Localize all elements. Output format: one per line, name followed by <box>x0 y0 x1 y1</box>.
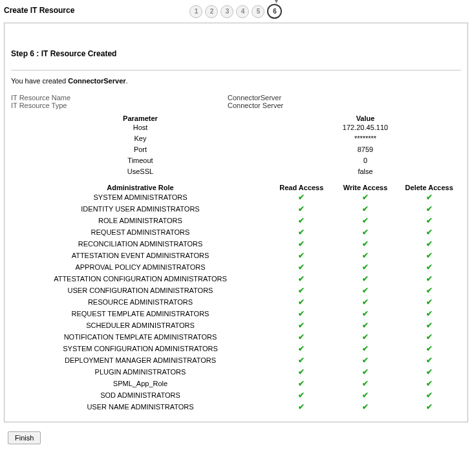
role-name: ROLE ADMINISTRATORS <box>11 215 270 226</box>
check-icon: ✔ <box>426 250 433 261</box>
parameter-table-body: Host172.20.45.110Key********Port8759Time… <box>11 122 461 177</box>
wizard-step-5[interactable]: 5 <box>252 5 264 18</box>
check-icon: ✔ <box>362 191 369 203</box>
check-icon: ✔ <box>298 343 305 354</box>
parameter-row: Timeout0 <box>11 155 461 166</box>
check-icon: ✔ <box>426 343 433 354</box>
created-prefix: You have created <box>11 77 68 85</box>
check-icon: ✔ <box>426 215 433 226</box>
role-table-header: Administrative Role Read Access Write Ac… <box>11 184 461 191</box>
check-icon: ✔ <box>426 273 433 285</box>
parameter-name: Timeout <box>11 155 270 166</box>
check-icon: ✔ <box>298 226 305 238</box>
role-row: USER CONFIGURATION ADMINISTRATORS✔✔✔ <box>11 285 461 296</box>
role-header-name: Administrative Role <box>11 184 270 191</box>
role-delete-cell: ✔ <box>397 378 461 389</box>
current-step-indicator-icon: ▼ <box>274 0 280 5</box>
parameter-table-header: Parameter Value <box>11 114 461 122</box>
role-delete-cell: ✔ <box>397 401 461 413</box>
role-name: REQUEST ADMINISTRATORS <box>11 226 270 238</box>
check-icon: ✔ <box>362 285 369 296</box>
parameter-value: 0 <box>270 155 461 166</box>
role-write-cell: ✔ <box>334 319 398 331</box>
check-icon: ✔ <box>426 366 433 378</box>
detail-label: IT Resource Name <box>11 94 228 102</box>
check-icon: ✔ <box>298 250 305 261</box>
role-write-cell: ✔ <box>334 203 398 215</box>
role-name: SCHEDULER ADMINISTRATORS <box>11 319 270 331</box>
wizard-step-6: 6 <box>267 4 282 19</box>
role-read-cell: ✔ <box>270 285 334 296</box>
role-read-cell: ✔ <box>270 261 334 273</box>
create-it-resource-page: Create IT Resource ▼ 123456 Step 6 : IT … <box>0 0 472 453</box>
wizard-step-3[interactable]: 3 <box>220 5 233 18</box>
role-delete-cell: ✔ <box>397 354 461 366</box>
role-name: DEPLOYMENT MANAGER ADMINISTRATORS <box>11 354 270 366</box>
finish-button[interactable]: Finish <box>8 431 41 444</box>
role-access-table: Administrative Role Read Access Write Ac… <box>11 184 461 413</box>
role-row: SYSTEM ADMINISTRATORS✔✔✔ <box>11 191 461 203</box>
role-name: SYSTEM ADMINISTRATORS <box>11 191 270 203</box>
role-row: RESOURCE ADMINISTRATORS✔✔✔ <box>11 296 461 308</box>
parameter-value: false <box>270 166 461 177</box>
parameter-value: ******** <box>270 133 461 144</box>
check-icon: ✔ <box>362 319 369 331</box>
role-table-body: SYSTEM ADMINISTRATORS✔✔✔IDENTITY USER AD… <box>11 191 461 413</box>
role-write-cell: ✔ <box>334 296 398 308</box>
check-icon: ✔ <box>362 215 369 226</box>
role-read-cell: ✔ <box>270 366 334 378</box>
role-write-cell: ✔ <box>334 354 398 366</box>
role-row: USER NAME ADMINISTRATORS✔✔✔ <box>11 401 461 413</box>
created-suffix: . <box>126 77 128 85</box>
created-resource-name: ConnectorServer <box>68 77 125 85</box>
check-icon: ✔ <box>426 319 433 331</box>
role-write-cell: ✔ <box>334 331 398 343</box>
role-row: SCHEDULER ADMINISTRATORS✔✔✔ <box>11 319 461 331</box>
role-row: APPROVAL POLICY ADMINISTRATORS✔✔✔ <box>11 261 461 273</box>
parameter-name: UseSSL <box>11 166 270 177</box>
role-row: RECONCILIATION ADMINISTRATORS✔✔✔ <box>11 238 461 250</box>
parameter-row: Key******** <box>11 133 461 144</box>
check-icon: ✔ <box>298 401 305 413</box>
check-icon: ✔ <box>362 354 369 366</box>
role-read-cell: ✔ <box>270 191 334 203</box>
role-read-cell: ✔ <box>270 226 334 238</box>
role-read-cell: ✔ <box>270 296 334 308</box>
role-write-cell: ✔ <box>334 273 398 285</box>
detail-value: Connector Server <box>228 102 461 109</box>
parameter-row: Host172.20.45.110 <box>11 122 461 133</box>
check-icon: ✔ <box>362 296 369 308</box>
role-read-cell: ✔ <box>270 354 334 366</box>
check-icon: ✔ <box>426 203 433 215</box>
role-write-cell: ✔ <box>334 366 398 378</box>
role-delete-cell: ✔ <box>397 296 461 308</box>
parameter-header-value: Value <box>270 114 461 122</box>
check-icon: ✔ <box>362 389 369 401</box>
check-icon: ✔ <box>362 308 369 319</box>
role-write-cell: ✔ <box>334 343 398 354</box>
check-icon: ✔ <box>426 238 433 250</box>
wizard-step-4[interactable]: 4 <box>236 5 249 18</box>
role-write-cell: ✔ <box>334 215 398 226</box>
role-name: RESOURCE ADMINISTRATORS <box>11 296 270 308</box>
check-icon: ✔ <box>362 366 369 378</box>
role-name: REQUEST TEMPLATE ADMINISTRATORS <box>11 308 270 319</box>
check-icon: ✔ <box>426 296 433 308</box>
check-icon: ✔ <box>298 203 305 215</box>
role-read-cell: ✔ <box>270 273 334 285</box>
check-icon: ✔ <box>426 378 433 389</box>
check-icon: ✔ <box>362 226 369 238</box>
detail-label: IT Resource Type <box>11 102 228 109</box>
check-icon: ✔ <box>362 238 369 250</box>
resource-details-table: IT Resource NameConnectorServerIT Resour… <box>11 94 461 109</box>
check-icon: ✔ <box>362 273 369 285</box>
role-name: IDENTITY USER ADMINISTRATORS <box>11 203 270 215</box>
wizard-step-2[interactable]: 2 <box>205 5 218 18</box>
role-delete-cell: ✔ <box>397 285 461 296</box>
parameter-name: Host <box>11 122 270 133</box>
role-write-cell: ✔ <box>334 238 398 250</box>
role-delete-cell: ✔ <box>397 215 461 226</box>
wizard-step-1[interactable]: 1 <box>189 5 202 18</box>
page-title: Create IT Resource <box>4 4 158 15</box>
check-icon: ✔ <box>298 215 305 226</box>
